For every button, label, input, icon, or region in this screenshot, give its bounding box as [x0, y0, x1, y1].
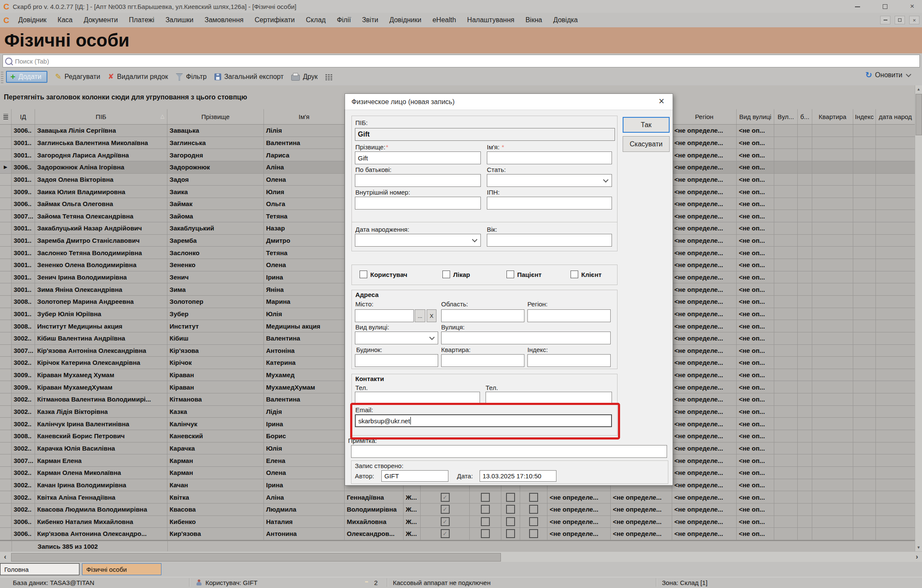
dialog-title-bar[interactable]: Физическое лицо (новая запись) ×: [345, 94, 673, 110]
edit-button[interactable]: ✎ Редагувати: [55, 73, 100, 81]
print-button[interactable]: Друк: [291, 73, 318, 81]
column-header[interactable]: дата народ: [876, 109, 915, 124]
menu-item[interactable]: eHealth: [433, 16, 456, 24]
checkbox-box-icon[interactable]: [506, 271, 514, 278]
column-header[interactable]: Прізвище: [167, 109, 264, 124]
checkbox-box-icon[interactable]: [571, 271, 578, 278]
restore-button[interactable]: [878, 2, 891, 11]
scroll-down-icon[interactable]: ▼: [915, 544, 922, 551]
column-header[interactable]: Вул...: [774, 109, 798, 124]
column-header[interactable]: б...: [798, 109, 812, 124]
checkbox-unchecked-icon[interactable]: [481, 517, 490, 526]
email-field[interactable]: skarbsup@ukr.net: [355, 414, 612, 427]
minimize-button[interactable]: [851, 2, 864, 11]
column-header[interactable]: Регіон: [672, 109, 737, 124]
dialog-close-icon[interactable]: ×: [656, 96, 667, 107]
column-header[interactable]: ІД: [12, 109, 35, 124]
menu-item[interactable]: Вікна: [525, 16, 542, 24]
menu-item[interactable]: Замовлення: [205, 16, 243, 24]
vertical-scroll-thumb[interactable]: [916, 94, 922, 135]
menu-item[interactable]: Звіти: [362, 16, 378, 24]
menu-item[interactable]: Каса: [58, 16, 73, 24]
pib-field[interactable]: Gift: [355, 128, 615, 141]
name-field[interactable]: [487, 151, 612, 164]
table-row[interactable]: 3006..Кибенко Наталия МихайловнаКибенкоН…: [0, 516, 915, 528]
checkbox-unchecked-icon[interactable]: [506, 529, 515, 538]
checkbox-checked-icon[interactable]: ✓: [441, 517, 450, 526]
role-checkbox[interactable]: Пацієнт: [506, 271, 541, 278]
role-checkbox[interactable]: Користувач: [360, 271, 407, 278]
column-header[interactable]: Індекс: [853, 109, 876, 124]
ok-button[interactable]: Так: [623, 117, 670, 133]
column-header[interactable]: Ім'я: [264, 109, 345, 124]
age-field[interactable]: [487, 234, 612, 247]
street-field[interactable]: [441, 332, 611, 344]
checkbox-unchecked-icon[interactable]: [481, 505, 490, 514]
checkbox-box-icon[interactable]: [442, 271, 450, 278]
checkbox-unchecked-icon[interactable]: [529, 529, 538, 538]
menu-item[interactable]: Налаштування: [467, 16, 515, 24]
surname-field[interactable]: Gift: [355, 151, 481, 164]
mdi-close-button[interactable]: ×: [909, 16, 919, 24]
checkbox-unchecked-icon[interactable]: [506, 505, 515, 514]
delete-row-button[interactable]: ✘ Видалити рядок: [108, 73, 168, 81]
search-input[interactable]: Поиск (Tab): [3, 55, 920, 67]
refresh-button[interactable]: ↻ Оновити: [865, 71, 910, 79]
menu-item[interactable]: Довідка: [553, 16, 578, 24]
birthdate-dropdown[interactable]: [355, 234, 481, 247]
city-browse-button[interactable]: ...: [415, 309, 425, 322]
menu-item[interactable]: Документи: [84, 16, 118, 24]
checkbox-checked-icon[interactable]: ✓: [441, 493, 450, 502]
ipn-field[interactable]: [487, 197, 612, 210]
mdi-restore-button[interactable]: [895, 16, 905, 24]
date-field[interactable]: 13.03.2025 17:10:50: [480, 470, 556, 482]
column-header[interactable]: Квартира: [812, 109, 853, 124]
author-field[interactable]: GIFT: [381, 470, 448, 482]
menu-item[interactable]: Довідник: [18, 16, 47, 24]
menu-item[interactable]: Сертифікати: [255, 16, 295, 24]
table-row[interactable]: 3002..Квітка Аліна ГеннадіївнаКвіткаАлін…: [0, 491, 915, 504]
checkbox-unchecked-icon[interactable]: [529, 517, 538, 526]
column-header[interactable]: ПІБ△: [35, 109, 167, 124]
role-checkbox[interactable]: Клієнт: [571, 271, 602, 278]
column-header-empty[interactable]: [0, 109, 12, 124]
index-field[interactable]: [527, 354, 611, 367]
note-field[interactable]: [351, 445, 667, 458]
patronymic-field[interactable]: [355, 174, 481, 187]
scroll-right-icon[interactable]: ›: [913, 553, 921, 561]
add-button[interactable]: + Додати: [6, 71, 47, 83]
checkbox-checked-icon[interactable]: ✓: [441, 529, 450, 538]
scroll-up-icon[interactable]: ▲: [915, 85, 922, 93]
internal-number-field[interactable]: [355, 197, 481, 210]
checkbox-unchecked-icon[interactable]: [506, 517, 515, 526]
role-checkbox[interactable]: Лікар: [442, 271, 470, 278]
menu-item[interactable]: Платежі: [129, 16, 155, 24]
menu-item[interactable]: Склад: [306, 16, 325, 24]
table-row[interactable]: 3002..Квасова Людмила ВолодимирівнаКвасо…: [0, 504, 915, 516]
table-row[interactable]: 3006..Кир'язова Антонина Олександро...Ки…: [0, 528, 915, 540]
checkbox-unchecked-icon[interactable]: [481, 529, 490, 538]
tel1-field[interactable]: [355, 392, 480, 405]
region-field[interactable]: [527, 309, 611, 322]
export-button[interactable]: Загальний експорт: [214, 73, 284, 81]
horizontal-scroll-thumb[interactable]: [11, 553, 501, 562]
sex-dropdown[interactable]: [487, 174, 612, 187]
city-clear-button[interactable]: X: [427, 309, 436, 322]
city-field[interactable]: [355, 309, 414, 322]
checkbox-unchecked-icon[interactable]: [506, 493, 515, 502]
street-type-dropdown[interactable]: [355, 332, 438, 344]
building-field[interactable]: [355, 354, 438, 367]
scroll-left-icon[interactable]: ‹: [1, 553, 9, 561]
cancel-button[interactable]: Скасувати: [623, 136, 670, 152]
columns-button[interactable]: [325, 74, 333, 80]
tab-active[interactable]: Фізичні особи: [82, 563, 161, 575]
tab-inactive[interactable]: Головна: [0, 563, 79, 575]
close-button[interactable]: ×: [906, 2, 919, 11]
vertical-scrollbar[interactable]: ▲ ▼: [915, 85, 922, 551]
tel2-field[interactable]: [486, 392, 612, 405]
apartment-field[interactable]: [441, 354, 524, 367]
filter-button[interactable]: Фільтр: [176, 73, 207, 81]
checkbox-box-icon[interactable]: [360, 271, 367, 278]
menu-item[interactable]: Філії: [337, 16, 351, 24]
horizontal-scrollbar[interactable]: ‹ ›: [0, 551, 922, 562]
